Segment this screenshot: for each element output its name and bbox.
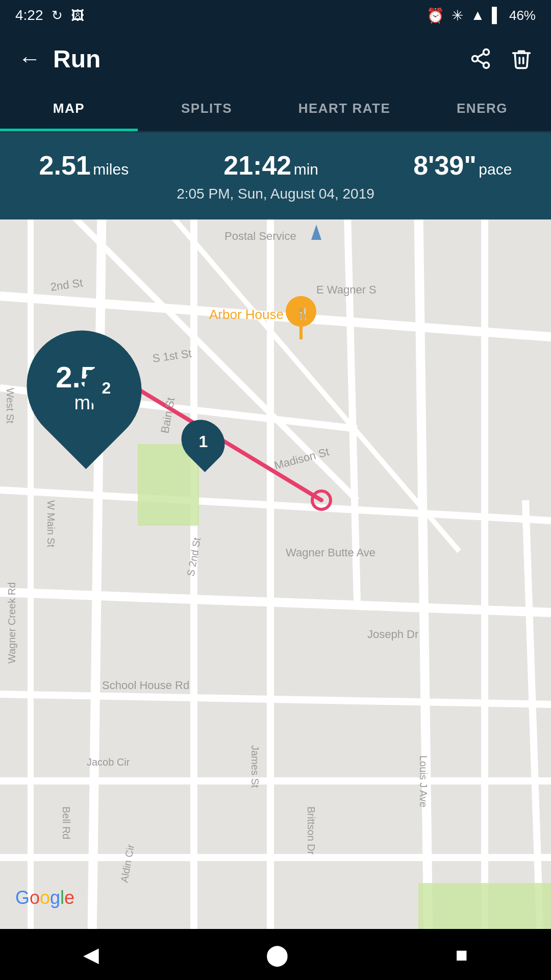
map-svg: 2nd St S 1st St E Wagner S West St W Mai… [0,219,551,929]
status-left: 4:22 ↻ 🖼 [15,7,84,23]
bottom-nav: ◀ ⬤ ■ [0,929,551,980]
tab-heart-rate[interactable]: HEART RATE [276,85,413,131]
status-bar: 4:22 ↻ 🖼 ⏰ ✳ ▲ ▌ 46% [0,0,551,31]
app-bar-actions [469,47,533,70]
stats-bar: 2.51 miles 21:42 min 8'39" pace 2:05 PM,… [0,133,551,219]
svg-text:West St: West St [5,388,16,424]
svg-text:Jacob Cir: Jacob Cir [87,756,130,768]
battery-icon: 46% [509,8,536,23]
sync-icon: ↻ [52,8,63,23]
svg-text:Arbor House: Arbor House [209,307,284,322]
stats-row: 2.51 miles 21:42 min 8'39" pace [15,150,536,181]
wifi-icon: ▲ [470,7,485,23]
home-nav-button[interactable]: ⬤ [266,943,289,966]
delete-button[interactable] [510,47,533,70]
svg-text:E Wagner S: E Wagner S [316,283,377,296]
svg-text:Postal Service: Postal Service [224,230,296,242]
share-button[interactable] [469,47,492,70]
google-logo: Google [15,887,74,909]
bluetooth-icon: ✳ [452,7,463,24]
signal-icon: ▌ [492,7,502,23]
page-title: Run [53,45,101,73]
svg-text:W Main St: W Main St [45,500,57,548]
svg-rect-5 [0,219,551,929]
tab-energy[interactable]: ENERG [413,85,551,131]
app-bar-left: ← Run [18,45,101,73]
back-nav-button[interactable]: ◀ [83,943,99,966]
back-button[interactable]: ← [18,46,41,71]
svg-text:Brittson Dr: Brittson Dr [306,806,317,855]
tab-bar: MAP SPLITS HEART RATE ENERG [0,87,551,133]
map-area[interactable]: 2nd St S 1st St E Wagner S West St W Mai… [0,219,551,929]
svg-text:James St: James St [249,745,261,788]
svg-line-3 [478,60,484,64]
time: 4:22 [15,7,43,23]
stat-duration: 21:42 min [223,150,318,181]
svg-text:Louis J Ave: Louis J Ave [418,755,429,807]
svg-text:School House Rd: School House Rd [102,679,189,692]
status-right: ⏰ ✳ ▲ ▌ 46% [427,7,536,24]
stat-pace: 8'39" pace [413,150,512,181]
tab-splits[interactable]: SPLITS [138,85,276,131]
image-icon: 🖼 [71,8,84,23]
svg-text:🍴: 🍴 [296,307,310,321]
stat-datetime: 2:05 PM, Sun, August 04, 2019 [177,186,374,202]
recents-nav-button[interactable]: ■ [456,943,468,966]
svg-text:Wagner Creek Rd: Wagner Creek Rd [6,582,17,664]
svg-text:Bell Rd: Bell Rd [61,806,72,839]
stat-distance: 2.51 miles [39,150,129,181]
svg-line-4 [478,54,484,57]
tab-map[interactable]: MAP [0,85,138,131]
svg-text:Joseph Dr: Joseph Dr [367,628,418,641]
svg-text:Wagner Butte Ave: Wagner Butte Ave [286,546,375,559]
alarm-icon: ⏰ [427,7,444,24]
svg-rect-24 [418,883,551,929]
app-bar: ← Run [0,31,551,87]
